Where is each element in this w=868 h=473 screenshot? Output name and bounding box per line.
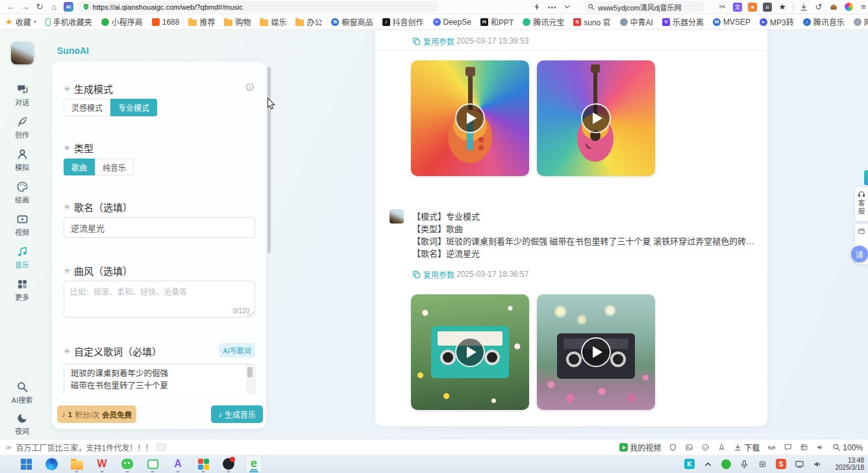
taskbar-app-recorder[interactable] [145,456,160,472]
taskbar-app-obs[interactable] [221,456,236,472]
bookmark-2[interactable]: 手机收藏夹 [45,16,92,27]
bookmark-13[interactable]: 腾讯元宝 [523,16,564,27]
tray-network[interactable] [795,459,804,469]
status-tool-image[interactable] [685,443,693,452]
taskbar-app-design-a[interactable]: A [170,456,186,472]
mode-option-professional[interactable]: 专业模式 [110,99,157,116]
panel-scrollbar-thumb[interactable] [267,67,271,253]
bookmark-10[interactable]: ♪抖音创作 [382,16,424,27]
bookmark-4[interactable]: 1688 [152,18,180,27]
status-tool-speaker[interactable] [816,443,825,452]
toolbox-icon[interactable] [829,3,838,12]
lyrics-scrollbar-thumb[interactable] [247,367,253,377]
game-ext-icon[interactable]: ● [748,3,757,12]
status-tool-glasses[interactable] [767,443,776,452]
taskbar-app-start[interactable] [18,456,34,472]
type-option-instrumental[interactable]: 纯音乐 [95,159,134,175]
caret-down-icon[interactable]: ▾ [34,19,36,25]
play-audio-button[interactable] [411,60,529,176]
status-tool-smile[interactable] [701,443,710,452]
reuse-params-link[interactable]: 复用参数 [412,36,454,47]
taskbar-app-edge[interactable] [43,456,59,472]
status-tool-download[interactable]: 下载 [734,442,760,453]
generate-music-button[interactable]: ♪ 生成音乐 [211,405,263,423]
sidebar-item-search[interactable]: AI搜索 [0,381,44,405]
status-tool-play-video[interactable]: 我的视频 [619,442,661,453]
lyrics-textarea[interactable]: 斑驳的课桌刻着年少的倔强 磁带在书包里转了三十个夏 滚铁环穿过弄堂褪色的砖墙 [64,364,255,394]
sidebar-item-grid[interactable]: 更多 [0,278,44,302]
taskbar-app-browser-e[interactable]: e [246,456,262,472]
home-icon[interactable]: ⌂ [47,0,61,14]
translate-button[interactable]: 译 [851,246,868,262]
credit-cost-button[interactable]: ♪ 1 积分/次 会员免费 [57,405,136,423]
taskbar-app-wechat[interactable] [119,456,135,472]
reuse-params-link[interactable]: 复用参数 [412,269,454,280]
refresh-icon[interactable]: ↻ [32,0,47,14]
bookmark-11[interactable]: ≈DeepSe [433,18,471,27]
undo-icon[interactable]: ↺ [814,3,823,12]
bookmark-19[interactable]: ♪腾讯音乐 [803,16,845,27]
sidebar-item-chat[interactable]: 对话 [0,83,44,107]
sidebar-item-feather[interactable]: 创作 [0,116,44,140]
tray-remote[interactable] [758,459,767,469]
type-option-song[interactable]: 歌曲 [64,159,95,175]
forward-icon[interactable]: → [18,0,32,14]
sidebar-item-video[interactable]: 视频 [0,213,44,237]
tray-mic[interactable] [739,459,749,469]
bookmark-20[interactable]: ♪网易音乐 [854,16,868,27]
status-tool-shield[interactable] [669,443,677,452]
address-bar[interactable]: https://ai.qianshouaigc.com/web/?qbmd#/m… [77,1,439,12]
translate-ext-icon[interactable]: 文 [733,3,742,12]
bookmark-17[interactable]: MMVSEP [713,18,750,27]
bookmark-6[interactable]: 购物 [224,16,251,27]
lightning-icon[interactable] [533,3,541,11]
taskbar-app-app-grid[interactable] [195,456,211,472]
lyrics-scrollbar[interactable] [246,365,254,394]
status-notice[interactable]: ≫ 百万工厂货比三家，支持1件代发！！！ [5,442,166,453]
song-name-input[interactable] [64,217,255,238]
taskbar-app-explorer[interactable] [69,456,84,472]
taskbar-clock[interactable]: 13:48 2025/3/18 [836,457,865,471]
back-icon[interactable]: ← [4,0,18,14]
app-logo-avatar[interactable] [11,42,34,64]
status-tool-window[interactable] [800,443,808,452]
bookmark-16[interactable]: V乐器分离 [662,16,704,27]
sidebar-item-palette[interactable]: 绘画 [0,181,44,205]
bookmark-18[interactable]: ▸MP3转 [760,16,794,27]
chevron-down-icon[interactable] [563,3,571,11]
tray-chevron-up[interactable] [703,459,713,469]
theme-icon[interactable] [844,3,853,12]
scissors-icon[interactable]: ✂ [718,3,727,12]
sidebar-item-moon[interactable]: 夜间 [0,412,44,436]
play-audio-button[interactable] [537,294,655,410]
status-tool-bubble[interactable] [784,443,792,452]
reader-ext-icon[interactable]: ≡ [763,3,772,12]
play-audio-button[interactable] [411,294,529,410]
bookmark-14[interactable]: Ssuno 官 [573,16,610,27]
bookmark-3[interactable]: 小程序商 [101,16,143,27]
sidebar-item-music[interactable]: 音乐 [0,246,44,270]
more-dots-icon[interactable]: ••• [548,3,556,11]
collapse-chevron-icon[interactable]: ≫ [5,444,12,451]
bookmark-7[interactable]: 娱乐 [260,16,286,27]
sidebar-item-person[interactable]: 模拟 [0,148,44,172]
tray-sogou[interactable]: S [776,459,786,469]
taskbar-app-wps[interactable]: W [94,456,110,472]
bookmark-15[interactable]: 中青AI [620,16,653,27]
style-textarea[interactable]: 比如：摇滚、柔和、轻快、沧桑等 0/120 [64,281,255,318]
status-tool-magnifier[interactable]: 100% [832,443,863,452]
info-icon[interactable] [245,83,254,92]
bookmark-5[interactable]: 推荐 [188,16,215,27]
download-icon[interactable] [799,3,808,12]
tray-volume[interactable] [813,459,823,469]
customer-service-button[interactable]: 客服 [855,187,868,221]
mode-option-inspiration[interactable]: 灵感模式 [64,99,110,116]
play-audio-button[interactable] [537,60,655,176]
menu-icon[interactable]: ≡ [859,3,868,12]
puzzle-ext-icon[interactable]: ★ [778,3,787,12]
tray-safe360[interactable] [721,459,731,469]
status-tool-rocket[interactable] [717,443,726,452]
bookmark-1[interactable]: ★收藏▾ [5,16,36,27]
bookmark-9[interactable]: B橱窗商品 [331,16,373,27]
bookmark-12[interactable]: H和PPT [480,16,514,27]
